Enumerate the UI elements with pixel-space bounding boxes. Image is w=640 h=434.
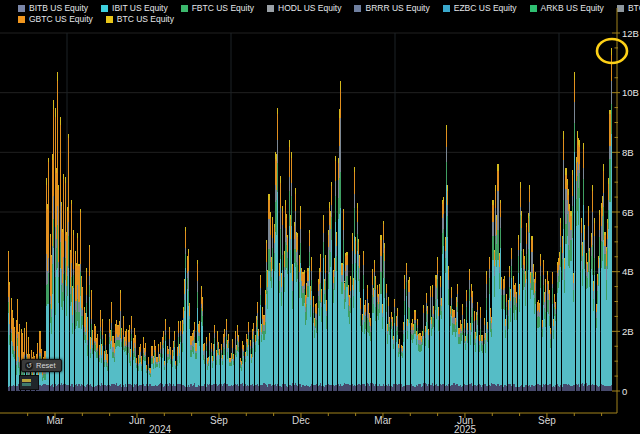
bar-segment [409,385,410,391]
bar-segment [272,220,273,238]
bar-segment [233,385,234,391]
bar-segment [42,385,43,391]
bar-segment [89,247,90,276]
bar-segment [492,384,493,391]
bar-segment [526,385,527,391]
bar-segment [297,279,298,386]
bar-segment [340,90,341,118]
bar-segment [515,283,516,286]
bar-segment [421,336,422,337]
stacked-volume-chart[interactable]: 12B10B8B6B4B2B0MarJunSepDecMarJunSep2024… [0,0,640,434]
bar-segment [270,218,271,235]
bar-segment [287,387,288,391]
bar-segment [401,345,402,346]
bar-segment [503,309,504,387]
bar-segment [601,384,602,391]
bar-segment [174,331,175,333]
bar-segment [138,356,139,364]
bar-segment [110,330,111,331]
bar-segment [350,385,351,391]
bar-segment [477,325,478,386]
bar-segment [232,359,233,386]
bar-segment [149,373,150,375]
bar-segment [394,384,395,391]
bar-segment [65,241,66,258]
bar-segment [67,207,68,211]
bar-segment [604,235,605,246]
bar-segment [246,386,247,391]
bar-segment [359,384,360,391]
bar-segment [188,291,189,306]
bar-segment [101,383,102,391]
bar-segment [564,258,565,260]
bar-segment [67,276,68,297]
bar-segment [554,387,555,391]
bar-segment [396,318,397,325]
bar-segment [402,347,403,351]
bar-segment [577,385,578,391]
bar-segment [198,324,199,325]
bar-segment [500,228,501,248]
bar-segment [472,303,473,308]
bar-segment [156,357,157,358]
bar-segment [576,181,577,199]
bar-segment [248,386,249,391]
bar-segment [128,347,129,354]
bar-segment [447,185,448,190]
bar-segment [313,307,314,312]
bar-segment [281,275,282,287]
bar-segment [401,348,402,351]
reset-button[interactable]: ↺ Reset [21,359,62,372]
bar-segment [102,339,103,346]
bar-segment [73,269,74,275]
bar-segment [255,342,256,345]
bar-segment [471,297,472,317]
bar-segment [267,270,268,272]
bar-segment [457,286,458,293]
bar-segment [266,385,267,391]
bar-segment [428,329,429,330]
bar-segment [183,331,184,385]
bar-segment [581,245,582,261]
bar-segment [525,290,526,306]
bar-segment [588,251,589,272]
bar-segment [100,339,101,386]
bar-segment [470,323,471,324]
bar-segment [519,299,520,313]
bar-segment [446,130,447,147]
bar-segment [402,351,403,353]
bar-segment [450,314,451,318]
bar-segment [302,385,303,391]
bar-segment [247,347,248,350]
bar-segment [271,257,272,260]
bar-segment [104,367,105,385]
bar-segment [352,285,353,384]
bar-segment [480,385,481,391]
bar-segment [75,251,76,254]
bar-segment [177,347,178,348]
bar-segment [80,209,81,212]
bar-segment [62,310,63,385]
bar-segment [559,256,560,265]
chart-area[interactable]: 12B10B8B6B4B2B0MarJunSepDecMarJunSep2024… [0,0,640,434]
bar-segment [199,336,200,346]
bar-segment [382,386,383,391]
bar-segment [606,300,607,386]
bar-segment [48,158,49,162]
bar-segment [484,320,485,325]
bar-segment [596,305,597,312]
bar-segment [564,293,565,384]
bar-segment [586,289,587,383]
bar-segment [592,245,593,275]
mini-legend-toggle[interactable] [19,375,39,390]
bar-segment [367,332,368,383]
bar-segment [563,139,564,159]
bar-segment [592,191,593,211]
bar-segment [511,386,512,391]
bar-segment [90,337,91,338]
bar-segment [603,385,604,391]
bar-segment [407,321,408,327]
bar-segment [433,327,434,386]
bar-segment [602,216,603,242]
bar-segment [295,383,296,391]
